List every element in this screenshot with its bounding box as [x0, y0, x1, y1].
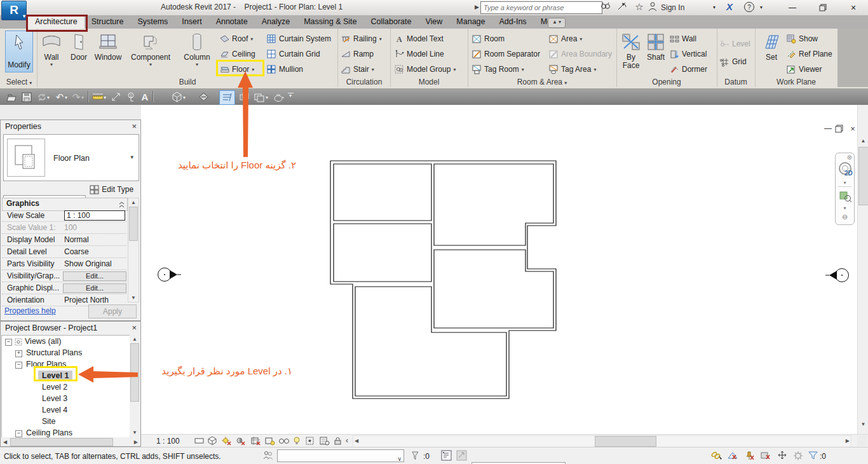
- communication-center-icon[interactable]: [616, 1, 630, 13]
- mullion-button[interactable]: Mullion: [267, 62, 336, 76]
- scrollbar-thumb[interactable]: [130, 343, 139, 402]
- reveal-constraints-icon[interactable]: [333, 436, 344, 446]
- scroll-left-icon[interactable]: ◀: [3, 439, 7, 445]
- tab-insert[interactable]: Insert: [175, 15, 208, 29]
- elevation-marker[interactable]: [825, 269, 849, 282]
- close-icon[interactable]: ×: [132, 120, 137, 133]
- measure-icon[interactable]: [92, 91, 104, 103]
- properties-title[interactable]: Properties×: [1, 120, 140, 133]
- graphics-section-header[interactable]: Graphics: [2, 198, 128, 211]
- switch-windows-chevron-icon[interactable]: ▾: [266, 95, 268, 100]
- curtain-grid-button[interactable]: Curtain Grid: [267, 47, 336, 61]
- chevron-down-icon[interactable]: ▾: [130, 154, 133, 160]
- render-icon[interactable]: [272, 91, 285, 103]
- close-inactive-windows-icon[interactable]: [238, 91, 250, 103]
- exchange-apps-icon[interactable]: X: [722, 1, 737, 13]
- set-work-plane-button[interactable]: Set: [759, 31, 784, 75]
- selection-filter-icon[interactable]: [808, 451, 818, 461]
- favorites-star-icon[interactable]: ☆: [633, 1, 646, 13]
- room-bottom[interactable]: [355, 287, 506, 396]
- drawing-area[interactable]: ٢. گزینه Floor را انتخاب نمایید ١. در Le…: [141, 105, 857, 434]
- curtain-system-button[interactable]: Curtain System: [267, 32, 336, 46]
- column-button[interactable]: Column ▾: [179, 31, 215, 75]
- editable-only-icon[interactable]: [410, 450, 422, 461]
- close-icon[interactable]: ×: [132, 322, 137, 334]
- model-text-button[interactable]: A Model Text: [395, 32, 465, 46]
- view-close-icon[interactable]: ×: [848, 124, 857, 133]
- select-by-face-icon[interactable]: [760, 451, 771, 461]
- tree-item-level-3[interactable]: Level 3: [2, 393, 130, 404]
- navbar-close-icon[interactable]: ⊗: [847, 154, 852, 161]
- room-button[interactable]: Room: [472, 32, 546, 46]
- temporary-view-properties-icon[interactable]: [319, 436, 330, 446]
- tag-area-button[interactable]: Tag Area ▾: [549, 62, 613, 76]
- ribbon-display-toggle[interactable]: ▲ ▾: [548, 18, 566, 28]
- switch-windows-icon[interactable]: [253, 91, 266, 103]
- scroll-down-icon[interactable]: ▼: [130, 430, 140, 435]
- component-button[interactable]: Component ▾: [125, 31, 177, 75]
- detail-level-icon[interactable]: [194, 436, 205, 446]
- tab-annotate[interactable]: Annotate: [209, 15, 255, 29]
- scroll-right-icon[interactable]: ▶: [846, 438, 850, 444]
- edit-visibility-button[interactable]: Edit...: [63, 271, 126, 281]
- select-underlay-icon[interactable]: [727, 451, 738, 461]
- type-selector[interactable]: Floor Plan ▾: [3, 134, 139, 181]
- outer-wall[interactable]: [330, 161, 556, 399]
- tree-item-ceiling-plans[interactable]: − Ceiling Plans: [2, 427, 130, 438]
- search-expand-icon[interactable]: ▶: [475, 4, 479, 10]
- tab-structure[interactable]: Structure: [85, 15, 131, 29]
- visual-style-icon[interactable]: [207, 436, 218, 446]
- collapse-icon[interactable]: −: [15, 430, 22, 437]
- select-links-icon[interactable]: [710, 451, 722, 461]
- search-icon[interactable]: [600, 1, 614, 13]
- tab-massing-site[interactable]: Massing & Site: [297, 15, 363, 29]
- tab-addins[interactable]: Add-Ins: [492, 15, 534, 29]
- section-icon[interactable]: [197, 91, 210, 103]
- panel-label-model[interactable]: Model: [391, 77, 467, 88]
- search-input[interactable]: [480, 1, 602, 14]
- door-button[interactable]: Door: [66, 31, 92, 75]
- scrollbar-thumb[interactable]: [858, 147, 868, 205]
- sign-in-chevron-icon[interactable]: ▾: [710, 1, 718, 13]
- reveal-hidden-elements-icon[interactable]: [292, 436, 303, 446]
- scroll-left-icon[interactable]: ◀: [355, 438, 358, 444]
- property-row[interactable]: Visibility/Grap...Edit...: [2, 270, 126, 282]
- roof-button[interactable]: Roof ▾: [220, 32, 263, 46]
- tree-item-level-2[interactable]: Level 2: [2, 381, 130, 393]
- property-row[interactable]: Graphic Displ...Edit...: [2, 282, 126, 294]
- thin-lines-button[interactable]: [219, 90, 235, 105]
- collapse-section-icon[interactable]: [119, 201, 125, 208]
- tab-analyze[interactable]: Analyze: [255, 15, 297, 29]
- collapse-icon[interactable]: −: [15, 362, 22, 369]
- elevation-marker[interactable]: [158, 268, 182, 282]
- property-row[interactable]: View Scale1 : 100: [2, 210, 126, 222]
- property-row[interactable]: Parts VisibilityShow Original: [2, 258, 126, 270]
- railing-button[interactable]: Railing ▾: [341, 32, 388, 46]
- expand-icon[interactable]: +: [15, 350, 22, 357]
- vertical-opening-button[interactable]: Vertical: [670, 47, 712, 61]
- model-group-button[interactable]: Model Group ▾: [395, 62, 465, 76]
- scrollbar-thumb[interactable]: [10, 438, 113, 446]
- wall-button[interactable]: Wall ▾: [38, 31, 65, 75]
- wall-opening-button[interactable]: Wall: [670, 32, 712, 46]
- model-line-button[interactable]: Model Line: [395, 47, 465, 61]
- tree-item-level-4[interactable]: Level 4: [2, 404, 130, 416]
- scrollbar-thumb[interactable]: [595, 436, 656, 447]
- tree-item-site[interactable]: Site: [2, 416, 130, 427]
- save-icon[interactable]: [20, 91, 33, 103]
- browser-horizontal-scrollbar[interactable]: ◀ ▶: [1, 437, 140, 446]
- show-work-plane-button[interactable]: Show: [787, 32, 835, 46]
- canvas-horizontal-scrollbar[interactable]: ◀ ▶: [353, 435, 851, 447]
- viewer-button[interactable]: Viewer: [787, 62, 835, 76]
- worksets-combo[interactable]: ∨: [277, 449, 404, 462]
- room-separator-button[interactable]: Room Separator: [472, 47, 546, 61]
- zoom-chevron-icon[interactable]: ▾: [836, 205, 854, 211]
- collapse-icon[interactable]: −: [5, 339, 12, 346]
- panel-label-circulation[interactable]: Circulation: [338, 77, 390, 88]
- dormer-button[interactable]: Dormer: [670, 62, 712, 76]
- panel-label-work-plane[interactable]: Work Plane: [756, 77, 837, 88]
- scrollbar-thumb[interactable]: [129, 207, 138, 241]
- room-mid-right[interactable]: [434, 250, 553, 328]
- select-pinned-icon[interactable]: [743, 451, 755, 461]
- edit-type-button[interactable]: Edit Type: [90, 182, 139, 196]
